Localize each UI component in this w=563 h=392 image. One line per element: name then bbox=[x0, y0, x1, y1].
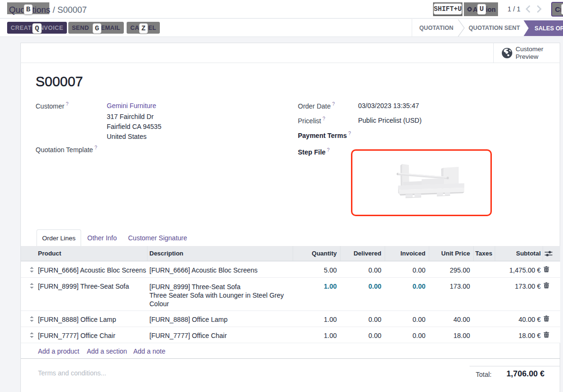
svg-text:SALES ORDE: SALES ORDE bbox=[535, 25, 563, 32]
